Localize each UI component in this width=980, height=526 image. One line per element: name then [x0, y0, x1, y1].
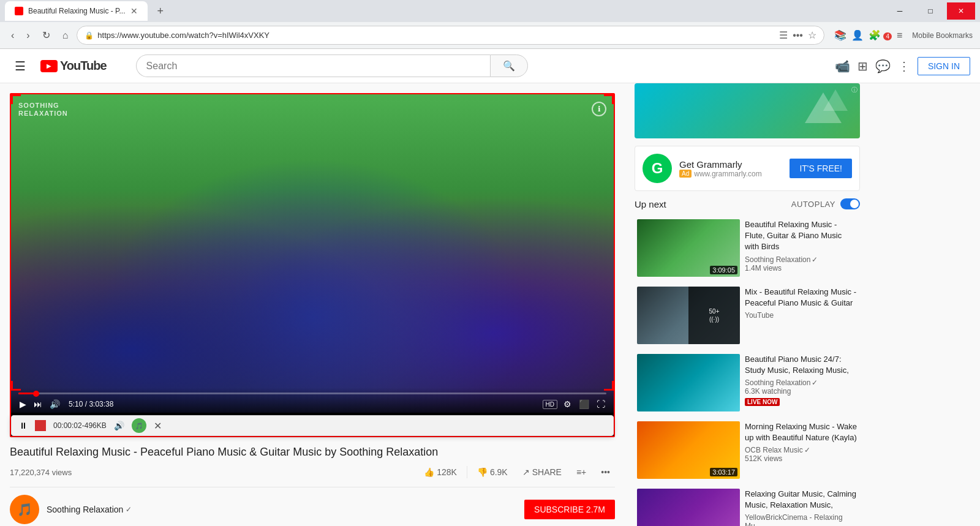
- channel-verified-icon: ✓: [804, 446, 810, 454]
- search-button[interactable]: 🔍: [490, 54, 528, 77]
- channel-name-text: Soothing Relaxation: [47, 505, 123, 514]
- autoplay-section: AUTOPLAY: [791, 198, 860, 209]
- video-title-text: Morning Relaxing Music - Wake up with Be…: [745, 421, 858, 443]
- share-button[interactable]: ↗ SHARE: [518, 465, 567, 479]
- apps-icon[interactable]: ⊞: [858, 59, 868, 73]
- youtube-logo[interactable]: YouTube: [40, 59, 107, 73]
- ad-url: www.grammarly.com: [694, 170, 761, 178]
- fullscreen-button[interactable]: ⛶: [595, 398, 606, 410]
- up-next-label: Up next: [635, 199, 666, 209]
- extensions-icon[interactable]: 🧩 4: [869, 29, 892, 41]
- sidebar-video-item[interactable]: Relaxing Guitar Music, Calming Music, Re…: [635, 486, 860, 526]
- autoplay-toggle[interactable]: [840, 198, 860, 209]
- sign-in-button[interactable]: SIGN IN: [918, 57, 970, 75]
- pip-pause-button[interactable]: ⏸: [19, 421, 28, 430]
- library-icon[interactable]: 📚: [834, 29, 846, 41]
- dislike-count: 6.9K: [490, 467, 508, 477]
- video-info: Relaxing Guitar Music, Calming Music, Re…: [745, 489, 858, 526]
- progress-dot: [33, 391, 39, 397]
- youtube-page: ☰ YouTube 🔍 📹 ⊞ 💬 ⋮ SIGN IN SOOTHINGRELA…: [0, 49, 980, 526]
- video-player[interactable]: SOOTHINGRELAXATION ℹ ▶ ⏭: [11, 94, 614, 413]
- video-info: Beautiful Relaxing Music - Flute, Guitar…: [745, 219, 858, 277]
- ad-cta-button[interactable]: IT'S FREE!: [790, 159, 852, 178]
- ad-badge: ⓘ: [851, 86, 858, 94]
- sync-icon[interactable]: 👤: [851, 29, 864, 41]
- ad-sub: Ad www.grammarly.com: [679, 170, 782, 178]
- dislike-button[interactable]: 👎 6.9K: [472, 465, 513, 479]
- pip-stop-button[interactable]: [35, 420, 46, 431]
- more-options-icon[interactable]: ⋮: [898, 59, 910, 73]
- volume-button[interactable]: 🔊: [48, 398, 61, 410]
- like-icon: 👍: [424, 467, 434, 477]
- mix-badge: 50+((·)): [688, 287, 740, 344]
- header-right: 📹 ⊞ 💬 ⋮ SIGN IN: [835, 57, 970, 75]
- more-icon[interactable]: •••: [793, 30, 803, 41]
- views-text: 1.4M views: [745, 264, 858, 272]
- up-next-header: Up next AUTOPLAY: [635, 198, 860, 209]
- window-controls: ─ □ ✕: [886, 2, 975, 20]
- subscribe-button[interactable]: SUBSCRIBE 2.7M: [524, 500, 615, 519]
- maximize-button[interactable]: □: [916, 2, 944, 20]
- miniplayer-button[interactable]: ⬛: [578, 398, 590, 410]
- video-title-text: Beautiful Relaxing Music - Flute, Guitar…: [745, 219, 858, 253]
- next-button[interactable]: ⏭: [32, 398, 43, 410]
- video-meta: 17,220,374 views 👍 128K 👎 6.9K ↗: [10, 465, 615, 479]
- home-button[interactable]: ⌂: [59, 28, 72, 43]
- quality-badge[interactable]: HD: [543, 400, 557, 409]
- new-tab-button[interactable]: +: [153, 2, 169, 20]
- upload-icon[interactable]: 📹: [835, 59, 850, 73]
- refresh-button[interactable]: ↻: [39, 27, 54, 43]
- address-input-wrapper[interactable]: 🔒 https://www.youtube.com/watch?v=hIWil4…: [77, 26, 824, 45]
- lock-icon: 🔒: [85, 31, 94, 40]
- pip-close-button[interactable]: ✕: [154, 420, 162, 432]
- video-controls: ▶ ⏭ 🔊 5:10 / 3:03:38 HD ⚙ ⬛: [11, 388, 614, 413]
- action-buttons: 👍 128K 👎 6.9K ↗ SHARE ≡: [419, 465, 615, 479]
- browser-toolbar: 📚 👤 🧩 4 ≡: [834, 29, 902, 41]
- like-button[interactable]: 👍 128K: [419, 465, 462, 479]
- youtube-logo-text: YouTube: [60, 59, 107, 73]
- video-duration: 3:03:17: [710, 468, 737, 476]
- sidebar: ⓘ G Get Grammarly Ad www.grammarly.com: [625, 83, 870, 526]
- video-title-text: Beautiful Piano Music 24/7: Study Music,…: [745, 354, 858, 376]
- like-count: 128K: [437, 467, 457, 477]
- verified-icon: ✓: [126, 505, 132, 514]
- view-count: 17,220,374 views: [10, 468, 72, 477]
- browser-tab[interactable]: Beautiful Relaxing Music - P... ✕: [5, 1, 148, 21]
- video-title-text: Relaxing Guitar Music, Calming Music, Re…: [745, 489, 858, 511]
- channel-name-text: Soothing Relaxation ✓: [745, 255, 858, 264]
- close-button[interactable]: ✕: [947, 2, 975, 20]
- pip-volume-icon[interactable]: 🔊: [114, 421, 124, 430]
- dislike-icon: 👎: [477, 467, 488, 477]
- menu-hamburger[interactable]: ☰: [10, 54, 31, 78]
- ad-logo: G: [643, 154, 672, 183]
- video-info: Mix - Beautiful Relaxing Music - Peacefu…: [745, 287, 858, 344]
- progress-bar[interactable]: [18, 393, 606, 394]
- bookmark-icon[interactable]: ☆: [808, 29, 816, 41]
- youtube-logo-icon: [40, 60, 58, 72]
- messages-icon[interactable]: 💬: [875, 59, 891, 73]
- sidebar-video-item[interactable]: 50+((·)) Mix - Beautiful Relaxing Music …: [635, 284, 860, 347]
- more-button[interactable]: •••: [596, 465, 615, 479]
- settings-button[interactable]: ⚙: [562, 398, 573, 410]
- back-button[interactable]: ‹: [7, 28, 18, 43]
- sidebar-video-item[interactable]: Beautiful Piano Music 24/7: Study Music,…: [635, 351, 860, 414]
- pip-toolbar: ⏸ 00:00:02-496KB 🔊 🎵 ✕: [11, 415, 614, 436]
- add-to-button[interactable]: ≡+: [571, 465, 591, 479]
- search-input[interactable]: [136, 54, 490, 77]
- channel-avatar: 🎵: [10, 495, 39, 524]
- ad-info: Get Grammarly Ad www.grammarly.com: [679, 159, 782, 178]
- play-button[interactable]: ▶: [18, 398, 28, 410]
- menu-icon[interactable]: ≡: [897, 30, 902, 41]
- video-player-wrapper: SOOTHINGRELAXATION ℹ ▶ ⏭: [10, 93, 615, 437]
- tab-close-icon[interactable]: ✕: [130, 6, 138, 16]
- video-title-section: Beautiful Relaxing Music - Peaceful Pian…: [10, 437, 615, 487]
- sidebar-video-item[interactable]: 3:09:05 Beautiful Relaxing Music - Flute…: [635, 217, 860, 279]
- minimize-button[interactable]: ─: [886, 2, 914, 20]
- sidebar-video-item[interactable]: 3:03:17 Morning Relaxing Music - Wake up…: [635, 419, 860, 481]
- bookmarks-label: Mobile Bookmarks: [912, 31, 973, 40]
- channel-verified-icon: ✓: [812, 255, 818, 264]
- video-title-text: Mix - Beautiful Relaxing Music - Peacefu…: [745, 287, 858, 309]
- right-controls: HD ⚙ ⬛ ⛶: [543, 398, 606, 410]
- forward-button[interactable]: ›: [23, 28, 33, 43]
- reader-mode-icon[interactable]: ☰: [779, 29, 788, 41]
